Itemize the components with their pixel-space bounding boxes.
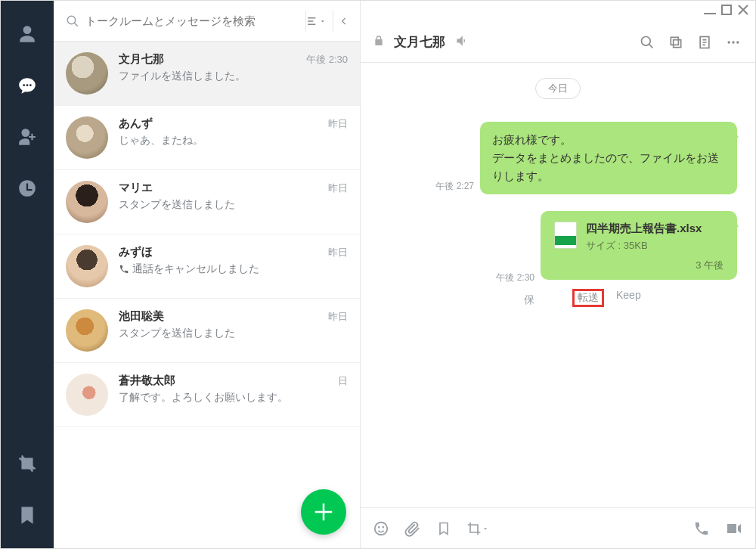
svg-point-8 [732,41,734,43]
collapse-button[interactable] [333,11,354,32]
room-item[interactable]: 池田聡美昨日 スタンプを送信しました [54,299,360,363]
avatar [66,245,108,287]
room-time: 昨日 [328,246,348,259]
svg-rect-2 [722,5,731,14]
room-item[interactable]: あんず昨日 じゃあ、またね。 [54,106,360,170]
room-preview: スタンプを送信しました [119,327,348,340]
add-friend-icon[interactable] [17,126,38,147]
window-controls [698,1,755,22]
person-icon[interactable] [17,23,38,45]
room-preview: 了解です。よろしくお願いします。 [119,391,348,405]
file-actions-row: 転送 Keep [572,289,641,307]
room-time: 昨日 [328,181,348,195]
message-row: 午後 2:30 保 XLS 四半期売上報告書.xlsx サイズ : 35KB [379,211,737,307]
action-save[interactable]: 保 [524,293,534,307]
file-name: 四半期売上報告書.xlsx [586,222,702,236]
svg-point-11 [379,526,380,527]
crop-icon[interactable] [17,453,38,474]
room-time: 昨日 [328,117,348,131]
chat-icon[interactable] [17,75,38,96]
room-preview: 通話をキャンセルしました [119,262,348,276]
new-chat-fab[interactable] [301,489,346,535]
capture-icon[interactable] [466,521,489,536]
svg-point-3 [642,36,651,45]
svg-point-10 [375,522,388,535]
room-name: マリエ [119,181,153,195]
search-input[interactable] [85,14,299,27]
call-icon[interactable] [693,520,710,537]
message-time: 午後 2:30 [496,271,534,284]
room-list: 文月七那午後 2:30 ファイルを送信しました。 あんず昨日 じゃあ、またね。 … [54,42,360,548]
file-actions: 保 [524,293,534,307]
xls-file-icon: XLS [554,222,577,249]
phone-icon [119,264,129,274]
search-in-chat-icon[interactable] [637,33,657,52]
file-size: サイズ : 35KB [586,239,702,253]
video-call-icon[interactable] [725,520,743,538]
room-item[interactable]: 蒼井敬太郎日 了解です。よろしくお願いします。 [54,363,360,427]
message-row: 午後 2:27 お疲れ様です。 データをまとめましたので、ファイルをお送りします… [379,122,737,194]
action-forward[interactable]: 転送 [572,289,604,307]
search-input-wrap[interactable] [66,14,299,28]
avatar [66,181,108,223]
conversation-panel: 文月七那 今日 午後 2:27 お疲れ様です。 データをまとめましたので、ファイ… [361,1,755,548]
svg-point-0 [67,16,76,24]
svg-point-12 [383,526,383,527]
room-item[interactable]: みずほ昨日 通話をキャンセルしました [54,234,360,299]
chat-list-panel: 文月七那午後 2:30 ファイルを送信しました。 あんず昨日 じゃあ、またね。 … [54,1,361,548]
room-name: 池田聡美 [119,309,164,324]
room-item[interactable]: マリエ昨日 スタンプを送信しました [54,170,360,234]
room-name: 蒼井敬太郎 [119,374,175,388]
copy-icon[interactable] [666,33,686,52]
room-name: みずほ [119,245,153,259]
room-item[interactable]: 文月七那午後 2:30 ファイルを送信しました。 [54,42,360,106]
svg-point-9 [736,41,739,43]
room-preview: スタンプを送信しました [119,198,348,212]
search-icon [66,14,79,28]
sort-button[interactable] [305,11,327,32]
messages-area: 今日 午後 2:27 お疲れ様です。 データをまとめましたので、ファイルをお送り… [361,63,755,507]
message-time: 午後 2:27 [435,180,474,193]
avatar [66,309,108,352]
search-row [54,1,360,42]
message-bubble[interactable]: お疲れ様です。 データをまとめましたので、ファイルをお送りします。 [480,122,737,194]
date-divider: 今日 [535,78,581,99]
clock-icon[interactable] [17,178,38,199]
composer [361,507,755,548]
conversation-title: 文月七那 [394,33,445,51]
room-preview: じゃあ、またね。 [119,134,348,147]
room-time: 日 [338,374,348,388]
file-expire: 3 午後 [554,259,723,272]
svg-rect-1 [704,13,716,14]
minimize-icon[interactable] [704,4,716,16]
bookmark-icon[interactable] [17,504,38,526]
room-time: 午後 2:30 [306,53,348,67]
room-name: 文月七那 [119,52,164,67]
nav-sidebar [1,1,54,548]
file-bubble[interactable]: XLS 四半期売上報告書.xlsx サイズ : 35KB 3 午後 [541,211,737,280]
attach-icon[interactable] [404,520,421,537]
lock-icon [373,35,385,49]
speaker-icon[interactable] [454,33,469,51]
bookmark-composer-icon[interactable] [436,521,451,536]
emoji-icon[interactable] [373,520,389,537]
action-keep[interactable]: Keep [616,289,641,307]
more-icon[interactable] [723,33,743,52]
room-name: あんず [119,116,153,131]
maximize-icon[interactable] [720,4,733,16]
room-time: 昨日 [328,310,348,324]
conversation-header: 文月七那 [361,22,755,63]
svg-rect-5 [671,37,678,45]
room-preview: ファイルを送信しました。 [119,70,348,83]
close-icon[interactable] [737,4,749,16]
notes-icon[interactable] [695,33,714,52]
avatar [66,116,108,159]
svg-rect-4 [674,39,681,47]
avatar [66,52,108,95]
svg-point-7 [728,41,730,43]
avatar [66,374,108,416]
